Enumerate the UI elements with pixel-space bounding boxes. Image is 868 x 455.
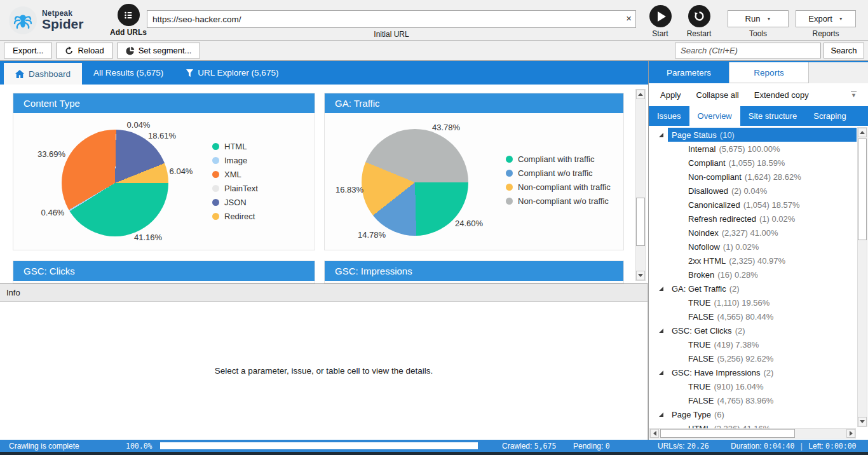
tree-item[interactable]: Compliant (1,055) 18.59% (649, 156, 857, 170)
arrow-up-icon (860, 131, 865, 134)
subtab-site-structure[interactable]: Site structure (740, 106, 806, 126)
scroll-up-button[interactable] (636, 90, 645, 99)
tree-item-count: (2) (735, 326, 745, 336)
brand-name-bottom: Spider (42, 17, 83, 32)
tree-item-label: Refresh redirected (688, 214, 756, 224)
ga-traffic-pie-chart (362, 129, 468, 236)
tree-item[interactable]: Broken (16) 0.28% (649, 268, 857, 282)
tree-item[interactable]: FALSE (4,765) 83.96% (649, 393, 857, 407)
tree-item-count: (2,325) 40.97% (729, 256, 785, 266)
export-dropdown[interactable]: Export ▼ (796, 10, 856, 27)
tree-item-label: FALSE (688, 312, 714, 322)
reload-button[interactable]: Reload (56, 43, 112, 58)
tree-item[interactable]: Page Status (10) (649, 128, 857, 142)
scroll-left-button[interactable] (650, 429, 659, 438)
arrow-up-icon (638, 93, 643, 96)
tree-item-label: Compliant (688, 158, 726, 168)
restart-button[interactable] (688, 5, 710, 27)
collapse-all-button[interactable]: Collapse all (696, 90, 739, 100)
search-input[interactable] (675, 43, 821, 58)
tree-item[interactable]: Page Type (6) (649, 407, 857, 421)
info-title: Info (6, 288, 20, 297)
ga-traffic-card-header: GA: Traffic (325, 93, 623, 113)
run-label: Run (745, 14, 761, 24)
tab-all-results[interactable]: All Results (5,675) (82, 61, 175, 85)
scroll-down-button[interactable] (636, 271, 645, 280)
tools-caption: Tools (728, 29, 789, 38)
extended-copy-button[interactable]: Extended copy (754, 90, 809, 100)
tab-url-explorer[interactable]: URL Explorer (5,675) (175, 61, 290, 85)
tree-item[interactable]: Non-compliant (1,624) 28.62% (649, 170, 857, 184)
tree-item[interactable]: FALSE (4,565) 80.44% (649, 309, 857, 323)
subtab-overview[interactable]: Overview (689, 106, 740, 126)
tree-item-count: (1,055) 18.59% (729, 158, 785, 168)
panel-expander-icon[interactable]: ▼ (851, 91, 857, 98)
tree-item[interactable]: GA: Get Traffic (2) (649, 282, 857, 295)
tree-item[interactable]: 2xx HTML (2,325) 40.97% (649, 254, 857, 268)
subtab-overview-label: Overview (698, 111, 732, 121)
tab-dashboard[interactable]: Dashboard (4, 63, 82, 85)
scrollbar-thumb[interactable] (858, 139, 867, 240)
apply-button[interactable]: Apply (660, 90, 681, 100)
tree-expander-icon[interactable] (654, 133, 668, 137)
tree-item-label: Canonicalized (688, 200, 740, 210)
scrollbar-thumb[interactable] (660, 429, 795, 438)
tree-horizontal-scrollbar[interactable] (649, 428, 856, 438)
run-dropdown[interactable]: Run ▼ (728, 10, 789, 27)
legend-label: XML (224, 170, 241, 179)
export-label: Export (808, 14, 832, 24)
tree-item[interactable]: Noindex (2,327) 41.00% (649, 226, 857, 240)
subtab-issues[interactable]: Issues (649, 106, 689, 126)
tab-parameters[interactable]: Parameters (649, 62, 729, 83)
legend-item: JSON (212, 198, 258, 207)
tree-item[interactable]: TRUE (419) 7.38% (649, 337, 857, 351)
scrollbar-thumb[interactable] (636, 198, 645, 246)
export-results-label: Export... (13, 46, 43, 55)
search-button[interactable]: Search (824, 43, 864, 58)
crawled-value: 5,675 (534, 442, 557, 451)
scroll-down-button[interactable] (858, 417, 867, 426)
scroll-right-button[interactable] (846, 429, 855, 438)
tree-item[interactable]: GSC: Get Clicks (2) (649, 323, 857, 337)
segment-pie-icon (126, 46, 135, 55)
tree-vertical-scrollbar[interactable] (857, 127, 867, 427)
tree-expander-icon[interactable] (654, 287, 668, 291)
tree-item[interactable]: GSC: Have Impressions (2) (649, 365, 857, 379)
set-segment-button[interactable]: Set segment... (117, 43, 201, 58)
tree-item[interactable]: TRUE (910) 16.04% (649, 379, 857, 393)
legend-item: XML (212, 170, 258, 179)
legend-swatch-icon (506, 184, 513, 191)
tree-expander-icon[interactable] (654, 329, 668, 333)
subtab-scraping[interactable]: Scraping (805, 106, 854, 126)
pie-label-html: 41.16% (134, 233, 162, 242)
initial-url-input[interactable] (147, 10, 636, 28)
dashboard-scrollbar[interactable] (635, 89, 646, 281)
tree-item-label: GA: Get Traffic (672, 284, 726, 294)
pie-label-noncompliant-wo: 43.78% (432, 123, 460, 132)
legend-label: HTML (224, 142, 247, 151)
tree-item[interactable]: FALSE (5,256) 92.62% (649, 351, 857, 365)
main-tabbar: Dashboard All Results (5,675) URL Explor… (0, 61, 648, 85)
tree-item[interactable]: TRUE (1,110) 19.56% (649, 295, 857, 309)
tree-item[interactable]: Refresh redirected (1) 0.02% (649, 212, 857, 226)
export-results-button[interactable]: Export... (4, 43, 52, 58)
export-group: Export ▼ Reports (796, 10, 856, 38)
legend-item: PlainText (212, 184, 258, 193)
tree-item[interactable]: Nofollow (1) 0.02% (649, 240, 857, 254)
tree-item[interactable]: Internal (5,675) 100.00% (649, 142, 857, 156)
tree-item-count: (1,624) 28.62% (745, 172, 801, 182)
tree-item-label: Nofollow (688, 242, 720, 252)
tree-item[interactable]: Canonicalized (1,054) 18.57% (649, 198, 857, 212)
legend-label: Non-compliant w/o traffic (518, 196, 609, 206)
add-urls-button[interactable] (118, 4, 140, 26)
clear-url-icon[interactable]: × (626, 13, 632, 24)
start-button[interactable] (649, 5, 672, 27)
reports-subtabs: Issues Overview Site structure Scraping (649, 106, 868, 126)
tree-item[interactable]: Disallowed (2) 0.04% (649, 184, 857, 198)
scroll-up-button[interactable] (858, 128, 867, 137)
reload-icon (65, 46, 74, 55)
tree-expander-icon[interactable] (654, 370, 668, 375)
tree-expander-icon[interactable] (654, 412, 668, 417)
pie-label-json: 18.61% (148, 131, 176, 140)
tab-reports[interactable]: Reports (729, 62, 809, 83)
